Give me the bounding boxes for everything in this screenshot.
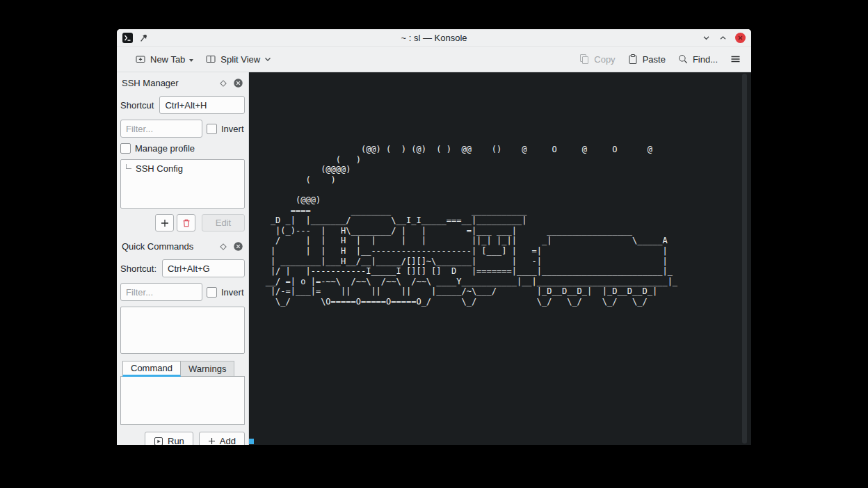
trash-icon xyxy=(182,218,191,228)
run-icon xyxy=(154,437,163,446)
ssh-filter-input[interactable] xyxy=(120,120,202,138)
terminal-scrollbar[interactable] xyxy=(742,74,747,444)
view-split-icon xyxy=(205,54,216,65)
find-label: Find... xyxy=(693,54,718,65)
ssh-invert-checkbox[interactable] xyxy=(207,124,217,134)
new-tab-button[interactable]: New Tab xyxy=(135,54,193,65)
edit-profile-button: Edit xyxy=(202,214,245,231)
titlebar-left xyxy=(122,33,148,43)
paste-button[interactable]: Paste xyxy=(627,54,666,65)
plus-icon xyxy=(161,219,169,227)
qc-filter-input[interactable] xyxy=(120,283,202,301)
qc-invert-checkbox[interactable] xyxy=(207,287,217,298)
minimize-button[interactable] xyxy=(702,33,711,42)
dock-close-icon[interactable] xyxy=(233,241,243,252)
delete-profile-button[interactable] xyxy=(177,214,195,231)
qc-shortcut-label: Shortcut: xyxy=(120,263,156,274)
pin-icon[interactable] xyxy=(139,33,148,42)
copy-icon xyxy=(579,54,590,65)
window-title: ~ : sl — Konsole xyxy=(117,33,751,43)
close-button[interactable] xyxy=(735,33,746,43)
add-profile-button[interactable] xyxy=(155,214,174,231)
tab-new-icon xyxy=(135,54,146,65)
chevron-down-icon xyxy=(264,57,271,62)
ssh-shortcut-input[interactable] xyxy=(159,96,245,114)
split-view-button[interactable]: Split View xyxy=(205,54,271,65)
tree-branch-icon xyxy=(126,164,131,169)
ssh-shortcut-label: Shortcut xyxy=(120,100,154,111)
qc-tabs: Command Warnings xyxy=(122,361,245,377)
copy-button: Copy xyxy=(579,54,615,65)
quick-commands-header: Quick Commands xyxy=(120,239,245,254)
menu-button[interactable] xyxy=(730,54,741,65)
tree-item-label: SSH Config xyxy=(136,163,183,174)
dock-close-icon[interactable] xyxy=(233,78,243,88)
float-icon[interactable] xyxy=(220,243,227,250)
add-command-button[interactable]: Add xyxy=(199,432,245,445)
paste-label: Paste xyxy=(643,54,666,65)
sidebar: SSH Manager Shortcut Invert xyxy=(117,72,249,445)
run-label: Run xyxy=(168,436,184,445)
maximize-button[interactable] xyxy=(718,33,728,42)
new-tab-label: New Tab xyxy=(150,54,185,65)
terminal[interactable]: (@@) ( ) (@) ( ) @@ () @ O @ O @ ( ) (@@… xyxy=(249,72,751,445)
qc-invert-label: Invert xyxy=(221,287,244,298)
close-icon xyxy=(738,35,743,40)
terminal-output: (@@) ( ) (@) ( ) @@ () @ O @ O @ ( ) (@@… xyxy=(249,72,751,307)
menu-caret-icon xyxy=(189,59,193,62)
clipboard-paste-icon xyxy=(627,54,638,65)
qc-command-editor[interactable] xyxy=(120,376,245,425)
desktop-background: ~ : sl — Konsole xyxy=(0,0,868,488)
konsole-window: ~ : sl — Konsole xyxy=(117,29,751,445)
hamburger-menu-icon xyxy=(730,54,741,65)
titlebar-right xyxy=(702,33,746,43)
qc-shortcut-input[interactable] xyxy=(162,259,245,277)
copy-label: Copy xyxy=(594,54,615,65)
quick-commands-panel: Quick Commands Shortcut: Invert xyxy=(120,237,245,445)
ssh-manager-header: SSH Manager xyxy=(120,76,245,90)
tree-item-ssh-config[interactable]: SSH Config xyxy=(124,163,241,174)
tab-command[interactable]: Command xyxy=(122,361,181,377)
qc-buttons-row: Run Add xyxy=(120,432,245,445)
titlebar[interactable]: ~ : sl — Konsole xyxy=(117,29,751,47)
add-label: Add xyxy=(220,436,236,445)
window-content: SSH Manager Shortcut Invert xyxy=(117,72,751,445)
konsole-icon[interactable] xyxy=(122,33,133,43)
plus-icon xyxy=(208,437,216,445)
qc-command-list[interactable] xyxy=(120,307,245,354)
run-button[interactable]: Run xyxy=(145,432,193,445)
ssh-manager-title: SSH Manager xyxy=(122,78,220,88)
ssh-manager-panel: SSH Manager Shortcut Invert xyxy=(120,74,245,231)
search-icon xyxy=(677,54,689,65)
find-button[interactable]: Find... xyxy=(677,54,718,65)
ssh-invert-label: Invert xyxy=(221,124,244,134)
ssh-buttons-row: Edit xyxy=(120,214,245,231)
terminal-indicator xyxy=(249,439,254,444)
tab-warnings[interactable]: Warnings xyxy=(181,361,234,377)
float-icon[interactable] xyxy=(220,80,227,87)
ssh-profile-list[interactable]: SSH Config xyxy=(120,159,245,209)
split-view-label: Split View xyxy=(220,54,260,65)
manage-profile-label: Manage profile xyxy=(135,143,195,154)
manage-profile-checkbox[interactable] xyxy=(120,143,131,154)
toolbar: New Tab Split View Copy Paste Find... xyxy=(117,47,751,72)
quick-commands-title: Quick Commands xyxy=(122,241,220,252)
